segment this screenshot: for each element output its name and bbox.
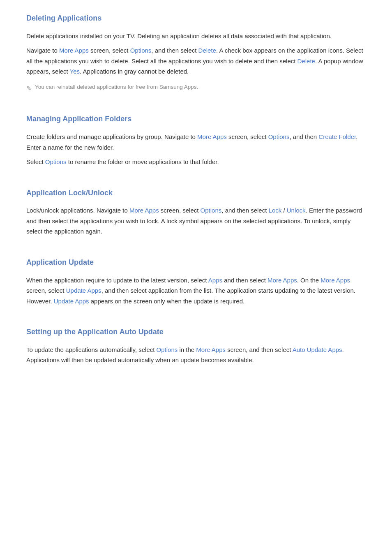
paragraph: To update the applications automatically…	[26, 345, 366, 365]
section-title-managing-application-folders: Managing Application Folders	[26, 113, 366, 125]
page-content: Deleting ApplicationsDelete applications…	[26, 12, 366, 365]
highlight-link: More Apps	[197, 133, 227, 140]
highlight-link: More Apps	[321, 277, 350, 284]
highlight-link: More Apps	[196, 346, 226, 353]
highlight-link: Unlock	[287, 207, 306, 214]
note-box: ✎You can reinstall deleted applications …	[26, 83, 366, 94]
highlight-link: More Apps	[267, 277, 297, 284]
note-text: You can reinstall deleted applications f…	[35, 83, 198, 92]
section-managing-application-folders: Managing Application FoldersCreate folde…	[26, 113, 366, 167]
highlight-link: Yes	[70, 68, 80, 75]
highlight-link: Delete	[198, 47, 216, 54]
paragraph: Navigate to More Apps screen, select Opt…	[26, 45, 366, 77]
section-deleting-applications: Deleting ApplicationsDelete applications…	[26, 12, 366, 93]
highlight-link: Options	[268, 133, 290, 140]
highlight-link: Apps	[208, 277, 222, 284]
section-body-setting-up-auto-update: To update the applications automatically…	[26, 345, 366, 365]
highlight-link: Update Apps	[66, 287, 101, 294]
section-body-deleting-applications: Delete applications installed on your TV…	[26, 31, 366, 94]
highlight-link: Create Folder	[318, 133, 356, 140]
section-application-lock-unlock: Application Lock/UnlockLock/unlock appli…	[26, 187, 366, 237]
section-title-application-update: Application Update	[26, 257, 366, 268]
paragraph: Lock/unlock applications. Navigate to Mo…	[26, 205, 366, 237]
section-title-application-lock-unlock: Application Lock/Unlock	[26, 187, 366, 199]
section-body-application-lock-unlock: Lock/unlock applications. Navigate to Mo…	[26, 205, 366, 237]
highlight-link: Options	[157, 346, 178, 353]
pencil-icon: ✎	[26, 83, 32, 94]
paragraph: Select Options to rename the folder or m…	[26, 157, 366, 167]
paragraph: Delete applications installed on your TV…	[26, 31, 366, 42]
paragraph: When the application require to update t…	[26, 275, 366, 307]
highlight-link: Delete	[297, 58, 315, 65]
section-title-deleting-applications: Deleting Applications	[26, 12, 366, 24]
section-body-application-update: When the application require to update t…	[26, 275, 366, 307]
section-application-update: Application UpdateWhen the application r…	[26, 257, 366, 306]
highlight-link: Options	[45, 158, 67, 165]
section-setting-up-auto-update: Setting up the Application Auto UpdateTo…	[26, 326, 366, 365]
highlight-link: More Apps	[129, 207, 159, 214]
paragraph: Create folders and manage applications b…	[26, 132, 366, 153]
highlight-link: Update Apps	[54, 298, 89, 305]
section-title-setting-up-auto-update: Setting up the Application Auto Update	[26, 326, 366, 338]
highlight-link: More Apps	[59, 47, 89, 54]
section-body-managing-application-folders: Create folders and manage applications b…	[26, 132, 366, 167]
highlight-link: Options	[201, 207, 222, 214]
highlight-link: Options	[130, 47, 152, 54]
highlight-link: Auto Update Apps	[293, 346, 342, 353]
highlight-link: Lock	[269, 207, 282, 214]
